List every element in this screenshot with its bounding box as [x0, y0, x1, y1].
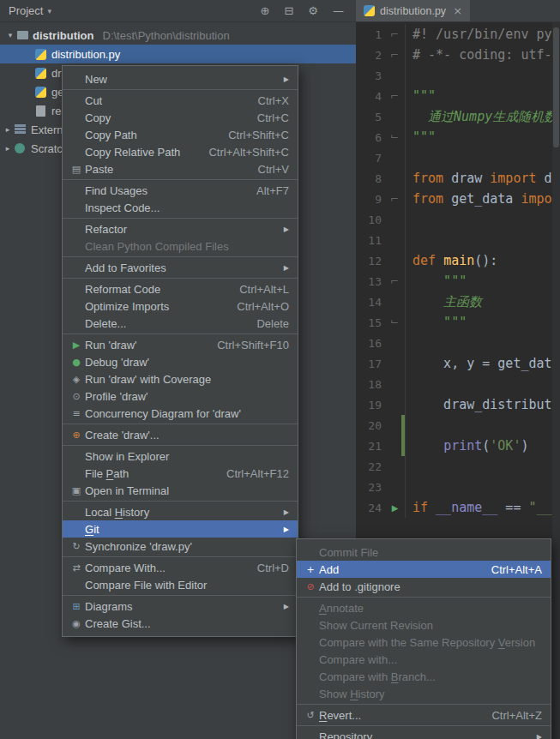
line-number: 2 — [356, 49, 385, 62]
panel-toolbar: ⊕ ⊟ ⚙ — — [261, 5, 344, 16]
code-line-2[interactable]: 2¬# -*- coding: utf-8 — [356, 45, 560, 65]
menu-item-inspect-code[interactable]: Inspect Code... — [63, 199, 298, 216]
menu-item-debug-draw[interactable]: ●Debug 'draw' — [63, 353, 298, 370]
code-line-9[interactable]: 9¬from get_data impor — [356, 189, 560, 209]
fold-marker-icon[interactable]: ¬ — [385, 275, 405, 287]
chevron-right-icon[interactable]: ▸ — [2, 125, 14, 134]
menu-item-label: Debug 'draw' — [85, 356, 149, 369]
menu-item-concurrency-diagram-for-draw[interactable]: ≡Concurrency Diagram for 'draw' — [63, 405, 298, 422]
menu-item-copy-relative-path[interactable]: Copy Relative PathCtrl+Alt+Shift+C — [63, 143, 298, 160]
code-line-11[interactable]: 11 — [356, 230, 560, 250]
code-line-20[interactable]: 20 — [356, 415, 560, 436]
code-line-4[interactable]: 4¬""" — [356, 86, 560, 106]
menu-item-open-in-terminal[interactable]: ▣Open in Terminal — [63, 482, 298, 499]
code-text: """ — [405, 127, 560, 147]
menu-item-label: Refactor — [85, 223, 127, 236]
code-text — [405, 456, 560, 477]
fold-marker-icon[interactable]: ¬ — [385, 49, 405, 61]
menu-item-add-to-gitignore[interactable]: ⊘Add to .gitignore — [297, 578, 551, 595]
code-line-10[interactable]: 10 — [356, 209, 560, 230]
menu-item-revert[interactable]: ↺Revert...Ctrl+Alt+Z — [297, 706, 551, 724]
editor-scrollbar-track[interactable] — [552, 22, 560, 739]
code-line-22[interactable]: 22 — [356, 456, 560, 477]
code-line-8[interactable]: 8from draw import dr — [356, 168, 560, 189]
menu-item-git[interactable]: Git▶ — [63, 520, 298, 538]
code-line-16[interactable]: 16 — [356, 333, 560, 353]
code-line-21[interactable]: 21 print('OK') — [356, 436, 560, 456]
close-icon[interactable]: × — [453, 4, 462, 17]
code-line-6[interactable]: 6¬""" — [356, 127, 560, 147]
menu-item-cut[interactable]: CutCtrl+X — [63, 92, 298, 109]
menu-item-repository[interactable]: Repository▶ — [297, 728, 551, 739]
menu-separator — [63, 556, 298, 557]
menu-item-add[interactable]: +AddCtrl+Alt+A — [297, 561, 551, 578]
menu-separator — [297, 704, 551, 705]
locate-file-icon[interactable]: ⊕ — [261, 5, 270, 16]
hide-panel-icon[interactable]: — — [333, 5, 344, 16]
code-line-18[interactable]: 18 — [356, 374, 560, 394]
code-text: 通过Numpy生成随机数 — [405, 106, 560, 127]
tree-row-project-root[interactable]: ▾ distribution D:\test\Python\distributi… — [0, 26, 356, 45]
menu-item-show-in-explorer[interactable]: Show in Explorer — [63, 448, 298, 465]
code-line-24[interactable]: 24▶if __name__ == "__m — [356, 497, 560, 518]
code-text: draw_distributi — [405, 394, 560, 415]
menu-item-label: Inspect Code... — [85, 201, 160, 214]
menu-item-file-path[interactable]: File PathCtrl+Alt+F12 — [63, 465, 298, 482]
code-line-3[interactable]: 3 — [356, 65, 560, 86]
tab-distribution-py[interactable]: distribution.py × — [356, 0, 470, 21]
menu-item-run-draw-with-coverage[interactable]: ◈Run 'draw' with Coverage — [63, 370, 298, 388]
menu-item-add-to-favorites[interactable]: Add to Favorites▶ — [63, 259, 298, 276]
chevron-down-icon[interactable]: ▾ — [4, 31, 16, 39]
project-view-dropdown[interactable]: Project ▾ — [9, 4, 51, 17]
code-line-12[interactable]: 12def main(): — [356, 250, 560, 271]
fold-marker-icon[interactable]: ¬ — [385, 28, 405, 40]
code-line-14[interactable]: 14 主函数 — [356, 291, 560, 312]
code-line-7[interactable]: 7 — [356, 147, 560, 168]
menu-item-create-gist[interactable]: ◉Create Gist... — [63, 615, 298, 632]
menu-item-local-history[interactable]: Local History▶ — [63, 503, 298, 520]
collapse-all-icon[interactable]: ⊟ — [284, 5, 293, 16]
menu-item-label: Clean Python Compiled Files — [85, 240, 229, 253]
menu-item-copy-path[interactable]: Copy PathCtrl+Shift+C — [63, 126, 298, 143]
menu-item-delete[interactable]: Delete...Delete — [63, 315, 298, 332]
menu-item-compare-with[interactable]: ⇄Compare With...Ctrl+D — [63, 559, 298, 576]
menu-item-copy[interactable]: CopyCtrl+C — [63, 109, 298, 126]
code-line-1[interactable]: 1¬#! /usr/bin/env pyt — [356, 24, 560, 45]
gear-icon[interactable]: ⚙ — [308, 5, 318, 16]
menu-separator — [63, 501, 298, 502]
menu-item-new[interactable]: New▶ — [63, 70, 298, 87]
menu-item-refactor[interactable]: Refactor▶ — [63, 220, 298, 237]
chevron-down-icon: ▾ — [47, 7, 51, 15]
menu-item-find-usages[interactable]: Find UsagesAlt+F7 — [63, 182, 298, 199]
code-line-15[interactable]: 15¬ """ — [356, 312, 560, 333]
code-line-23[interactable]: 23 — [356, 477, 560, 497]
code-line-5[interactable]: 5 通过Numpy生成随机数 — [356, 106, 560, 127]
menu-item-compare-file-with-editor[interactable]: Compare File with Editor — [63, 576, 298, 593]
run-line-icon[interactable]: ▶ — [385, 503, 405, 513]
fold-marker-icon[interactable]: ¬ — [385, 193, 405, 205]
menu-item-label: Compare With... — [85, 562, 166, 574]
menu-item-label: Open in Terminal — [85, 484, 169, 497]
fold-marker-icon[interactable]: ¬ — [385, 90, 405, 102]
code-line-13[interactable]: 13¬ """ — [356, 271, 560, 291]
line-number: 3 — [356, 69, 385, 82]
fold-marker-icon[interactable]: ¬ — [385, 131, 405, 143]
chevron-right-icon[interactable]: ▸ — [2, 144, 14, 153]
menu-item-label: Diagrams — [85, 600, 133, 613]
menu-item-run-draw[interactable]: ▶Run 'draw'Ctrl+Shift+F10 — [63, 336, 298, 353]
line-number: 21 — [356, 440, 385, 453]
code-line-19[interactable]: 19 draw_distributi — [356, 394, 560, 415]
menu-item-create-draw[interactable]: ⊕Create 'draw'... — [63, 426, 298, 443]
menu-item-paste[interactable]: ▤PasteCtrl+V — [63, 160, 298, 177]
menu-item-diagrams[interactable]: ⊞Diagrams▶ — [63, 598, 298, 615]
tree-row-distribution-py[interactable]: distribution.py — [0, 45, 356, 63]
fold-marker-icon[interactable]: ¬ — [385, 316, 405, 328]
menu-item-shortcut: Alt+F7 — [238, 184, 289, 197]
editor-scrollbar-thumb[interactable] — [553, 27, 559, 147]
code-line-17[interactable]: 17 x, y = get_data — [356, 353, 560, 374]
menu-item-synchronize-draw-py[interactable]: ↻Synchronize 'draw.py' — [63, 538, 298, 555]
menu-item-profile-draw[interactable]: ⊙Profile 'draw' — [63, 388, 298, 405]
menu-item-reformat-code[interactable]: Reformat CodeCtrl+Alt+L — [63, 280, 298, 297]
menu-item-optimize-imports[interactable]: Optimize ImportsCtrl+Alt+O — [63, 297, 298, 315]
line-number: 18 — [356, 378, 385, 391]
